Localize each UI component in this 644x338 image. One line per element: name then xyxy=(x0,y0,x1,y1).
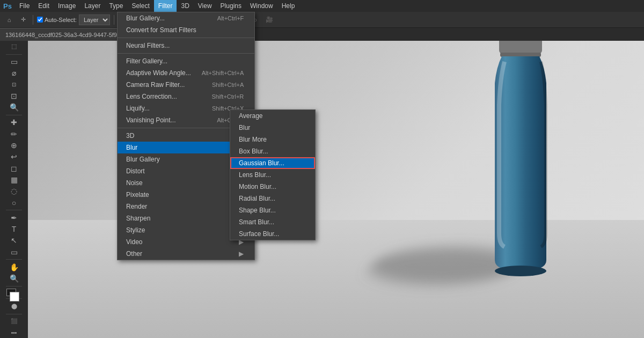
menu-image[interactable]: Image xyxy=(54,0,80,12)
crop-tool[interactable]: ⊡ xyxy=(8,91,20,101)
move-tool-btn[interactable]: ✛ xyxy=(17,14,29,26)
blur-lens[interactable]: Lens Blur... xyxy=(230,169,315,181)
options-toolbar: ⌂ ✛ Auto-Select: Layer ⬜ ⬛ ▬ ••• 3D Mode… xyxy=(0,12,644,28)
blur-shape[interactable]: Shape Blur... xyxy=(230,204,315,216)
dodge-tool[interactable]: ○ xyxy=(8,197,20,208)
svg-point-3 xyxy=(495,266,546,276)
filter-sep-2 xyxy=(118,53,254,54)
svg-rect-1 xyxy=(499,41,542,54)
menu-edit[interactable]: Edit xyxy=(34,0,54,12)
menu-bar: Ps File Edit Image Layer Type Select Fil… xyxy=(0,0,644,12)
blur-more[interactable]: Blur More xyxy=(230,134,315,145)
svg-rect-2 xyxy=(500,53,541,57)
zoom-tool[interactable]: 🔍 xyxy=(8,273,20,283)
filter-adaptive-wide[interactable]: Adaptive Wide Angle... Alt+Shift+Ctrl+A xyxy=(118,67,254,79)
left-divider-4 xyxy=(6,259,22,260)
left-divider-1 xyxy=(6,54,22,55)
3d-camera-btn[interactable]: 🎥 xyxy=(264,14,275,26)
filter-lens-correction[interactable]: Lens Correction... Shift+Ctrl+R xyxy=(118,91,254,102)
blur-surface[interactable]: Surface Blur... xyxy=(230,228,315,240)
left-divider-3 xyxy=(6,210,22,210)
auto-select-check[interactable]: Auto-Select: xyxy=(37,17,77,23)
menu-help[interactable]: Help xyxy=(277,0,299,12)
toolbar-divider-2 xyxy=(114,15,114,25)
foreground-color[interactable] xyxy=(6,289,16,297)
filter-blur-gallery[interactable]: Blur Gallery... Alt+Ctrl+F xyxy=(118,12,254,24)
menu-file[interactable]: File xyxy=(15,0,34,12)
blur-box[interactable]: Box Blur... xyxy=(230,145,315,157)
clone-stamp-tool[interactable]: ⊕ xyxy=(8,140,20,150)
blur-submenu: Average Blur Blur More Box Blur... Gauss… xyxy=(230,109,316,240)
object-select-tool[interactable]: ⊡ xyxy=(8,79,20,90)
quick-mask-btn[interactable]: ⬤ xyxy=(8,301,20,311)
blur-radial[interactable]: Radial Blur... xyxy=(230,193,315,204)
menu-layer[interactable]: Layer xyxy=(80,0,105,12)
path-select-tool[interactable]: ↖ xyxy=(8,236,20,246)
filter-sep-1 xyxy=(118,38,254,38)
blur-gaussian[interactable]: Gaussian Blur... xyxy=(230,157,315,169)
eyedropper-tool[interactable]: 🔍 xyxy=(8,102,20,113)
home-btn[interactable]: ⌂ xyxy=(3,14,15,26)
ps-logo: Ps xyxy=(2,1,13,11)
gradient-tool[interactable]: ▦ xyxy=(8,174,20,185)
menu-window[interactable]: Window xyxy=(246,0,277,12)
pen-tool[interactable]: ✒ xyxy=(8,212,20,223)
lasso-tool[interactable]: ⌀ xyxy=(8,68,20,78)
left-divider-7 xyxy=(6,314,22,314)
screen-mode-btn[interactable]: ⬛ xyxy=(8,316,20,326)
layer-select[interactable]: Layer xyxy=(79,14,110,25)
healing-tool[interactable]: ✚ xyxy=(8,117,20,128)
tab-bar: 136166448_cccdf025-36a3-4cd9-9447-5f95c8… xyxy=(0,28,644,41)
menu-type[interactable]: Type xyxy=(105,0,127,12)
extra-tools-btn[interactable]: ••• xyxy=(8,328,20,338)
blur-average[interactable]: Average xyxy=(230,110,315,122)
left-divider-2 xyxy=(6,115,22,115)
menu-plugins[interactable]: Plugins xyxy=(216,0,246,12)
filter-other[interactable]: Other ▶ xyxy=(118,248,254,260)
blur-motion[interactable]: Motion Blur... xyxy=(230,181,315,193)
type-tool[interactable]: T xyxy=(8,224,20,234)
blur-smart[interactable]: Smart Blur... xyxy=(230,216,315,228)
artboard-tool[interactable]: ⬚ xyxy=(8,41,20,52)
left-toolbar: ⊹ ⬚ ▭ ⌀ ⊡ ⊡ 🔍 ✚ ✏ ⊕ ↩ ◻ ▦ ◌ ○ ✒ T ↖ ▭ ✋ … xyxy=(0,28,28,338)
menu-filter[interactable]: Filter xyxy=(154,0,177,12)
menu-select[interactable]: Select xyxy=(127,0,153,12)
marquee-tool[interactable]: ▭ xyxy=(8,56,20,67)
filter-convert-smart[interactable]: Convert for Smart Filters xyxy=(118,24,254,36)
brush-tool[interactable]: ✏ xyxy=(8,129,20,139)
shape-tool[interactable]: ▭ xyxy=(8,247,20,257)
filter-camera-raw[interactable]: Camera Raw Filter... Shift+Ctrl+A xyxy=(118,79,254,91)
eraser-tool[interactable]: ◻ xyxy=(8,163,20,173)
menu-3d[interactable]: 3D xyxy=(177,0,193,12)
filter-neural[interactable]: Neural Filters... xyxy=(118,40,254,52)
bottle-svg xyxy=(462,41,580,287)
toolbar-divider-1 xyxy=(33,15,33,25)
blur-tool[interactable]: ◌ xyxy=(8,186,20,196)
history-brush-tool[interactable]: ↩ xyxy=(8,152,20,162)
filter-gallery[interactable]: Filter Gallery... xyxy=(118,55,254,67)
hand-tool[interactable]: ✋ xyxy=(8,262,20,272)
blur-blur[interactable]: Blur xyxy=(230,122,315,134)
menu-view[interactable]: View xyxy=(194,0,216,12)
left-divider-5 xyxy=(6,286,22,286)
